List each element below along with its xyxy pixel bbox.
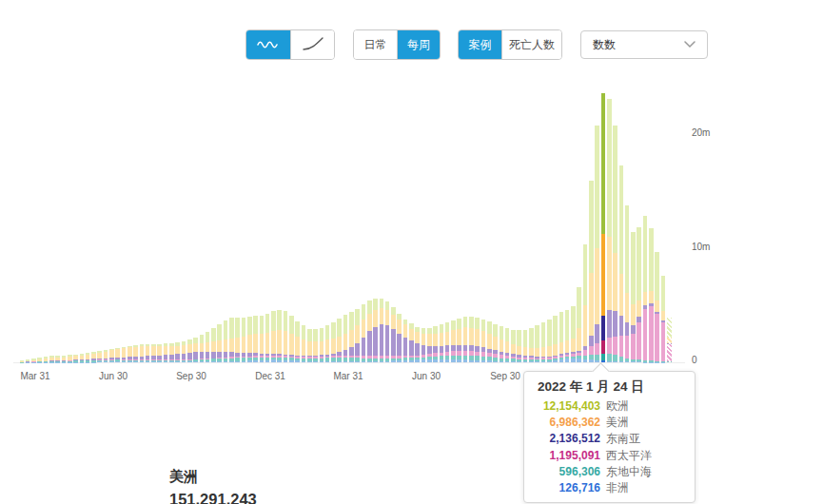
week-bar[interactable] xyxy=(427,328,432,362)
week-bar[interactable] xyxy=(463,317,468,362)
week-bar[interactable] xyxy=(49,356,54,362)
week-bar[interactable] xyxy=(295,321,300,362)
week-bar[interactable] xyxy=(140,344,145,362)
week-bar[interactable] xyxy=(535,325,539,362)
week-bar[interactable] xyxy=(523,330,528,362)
week-bar[interactable] xyxy=(307,329,312,362)
week-bar[interactable] xyxy=(55,356,60,362)
week-bar[interactable] xyxy=(349,312,354,362)
week-bar[interactable] xyxy=(320,328,324,362)
week-bar[interactable] xyxy=(451,320,456,362)
week-bar[interactable] xyxy=(289,316,294,362)
week-bar[interactable] xyxy=(403,320,408,362)
week-bar[interactable] xyxy=(182,341,186,362)
week-bar[interactable] xyxy=(583,244,588,362)
week-bar[interactable] xyxy=(265,314,270,362)
week-bar[interactable] xyxy=(133,345,138,362)
week-bar[interactable] xyxy=(493,324,498,362)
week-bar[interactable] xyxy=(31,359,36,362)
week-bar[interactable] xyxy=(122,347,127,362)
week-bar[interactable] xyxy=(115,348,120,362)
week-bar[interactable] xyxy=(97,351,102,362)
week-bar[interactable] xyxy=(457,319,461,362)
week-bar[interactable] xyxy=(206,332,210,362)
week-bar[interactable] xyxy=(667,318,672,362)
week-bar[interactable] xyxy=(637,227,641,362)
week-bar[interactable] xyxy=(217,324,222,362)
week-bar[interactable] xyxy=(553,316,558,362)
week-bar[interactable] xyxy=(433,326,438,362)
week-bar[interactable] xyxy=(127,346,132,362)
week-bar[interactable] xyxy=(571,306,576,362)
week-bar[interactable] xyxy=(253,316,258,362)
week-bar[interactable] xyxy=(469,317,474,362)
week-bar[interactable] xyxy=(385,301,390,362)
week-bar[interactable] xyxy=(62,356,67,362)
week-bar[interactable] xyxy=(337,319,342,362)
week-bar[interactable] xyxy=(247,317,252,362)
week-bar[interactable] xyxy=(235,318,240,362)
week-bar[interactable] xyxy=(224,320,228,362)
week-bar[interactable] xyxy=(565,310,570,362)
week-bar[interactable] xyxy=(511,330,516,362)
week-bar[interactable] xyxy=(260,316,265,362)
week-bar[interactable] xyxy=(284,311,288,362)
week-bar[interactable] xyxy=(164,343,168,362)
week-bar[interactable] xyxy=(146,344,150,362)
week-bar[interactable] xyxy=(313,329,318,362)
week-bar[interactable] xyxy=(86,353,90,362)
week-bar[interactable] xyxy=(187,339,192,362)
week-bar[interactable] xyxy=(44,357,49,362)
week-bar[interactable] xyxy=(661,276,666,362)
week-bar[interactable] xyxy=(601,93,606,362)
week-bar[interactable] xyxy=(355,309,360,362)
week-bar[interactable] xyxy=(68,355,72,362)
week-bar[interactable] xyxy=(91,352,96,362)
week-bar[interactable] xyxy=(229,318,234,362)
week-bar[interactable] xyxy=(200,335,205,362)
week-bar[interactable] xyxy=(80,354,85,362)
week-bar[interactable] xyxy=(331,322,336,362)
week-bar[interactable] xyxy=(26,359,30,362)
week-bar[interactable] xyxy=(619,165,624,362)
week-bar[interactable] xyxy=(20,360,25,362)
week-bar[interactable] xyxy=(302,325,306,362)
week-bar[interactable] xyxy=(271,311,276,362)
week-bar[interactable] xyxy=(109,349,114,362)
week-bar[interactable] xyxy=(193,338,198,362)
week-bar[interactable] xyxy=(391,307,396,362)
week-bar[interactable] xyxy=(157,344,162,362)
week-bar[interactable] xyxy=(151,344,156,362)
week-bar[interactable] xyxy=(559,312,564,362)
week-bar[interactable] xyxy=(175,342,180,362)
week-bar[interactable] xyxy=(595,126,599,362)
week-bar[interactable] xyxy=(655,252,659,362)
week-bar[interactable] xyxy=(440,324,444,362)
week-bar[interactable] xyxy=(529,328,534,362)
week-bar[interactable] xyxy=(409,323,414,362)
week-bar[interactable] xyxy=(649,228,654,362)
week-bar[interactable] xyxy=(211,328,216,362)
week-bar[interactable] xyxy=(613,126,617,362)
week-bar[interactable] xyxy=(415,327,420,362)
week-bar[interactable] xyxy=(362,304,366,362)
week-bar[interactable] xyxy=(277,310,282,362)
week-bar[interactable] xyxy=(589,181,594,362)
week-bar[interactable] xyxy=(505,328,510,362)
week-bar[interactable] xyxy=(475,318,480,362)
week-bar[interactable] xyxy=(73,355,78,362)
week-bar[interactable] xyxy=(373,299,378,362)
week-bar[interactable] xyxy=(500,326,504,362)
week-bar[interactable] xyxy=(367,300,372,362)
week-bar[interactable] xyxy=(397,314,402,362)
week-bar[interactable] xyxy=(380,299,384,362)
week-bar[interactable] xyxy=(421,328,426,362)
week-bar[interactable] xyxy=(631,232,636,362)
week-bar[interactable] xyxy=(577,287,581,362)
week-bar[interactable] xyxy=(325,325,330,362)
week-bar[interactable] xyxy=(541,322,546,362)
week-bar[interactable] xyxy=(547,320,552,362)
week-bar[interactable] xyxy=(487,321,492,362)
week-bar[interactable] xyxy=(517,330,521,362)
week-bar[interactable] xyxy=(625,205,630,362)
